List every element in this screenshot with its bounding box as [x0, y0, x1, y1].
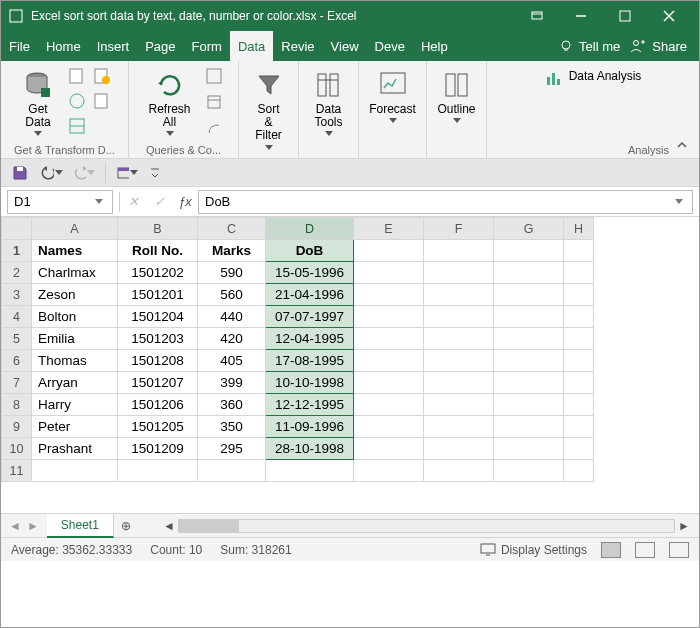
- qat-custom-button[interactable]: [116, 162, 138, 184]
- cell[interactable]: [424, 438, 494, 460]
- cell[interactable]: [354, 262, 424, 284]
- cell[interactable]: [564, 394, 594, 416]
- horizontal-scrollbar[interactable]: ◄ ►: [138, 519, 699, 533]
- cell[interactable]: [424, 460, 494, 482]
- cell[interactable]: [424, 372, 494, 394]
- column-header-G[interactable]: G: [494, 218, 564, 240]
- cell[interactable]: [32, 460, 118, 482]
- formula-input[interactable]: [205, 194, 672, 209]
- cell[interactable]: Charlmax: [32, 262, 118, 284]
- cell[interactable]: 12-04-1995: [266, 328, 354, 350]
- row-header[interactable]: 8: [2, 394, 32, 416]
- column-header-F[interactable]: F: [424, 218, 494, 240]
- cell[interactable]: Prashant: [32, 438, 118, 460]
- cell[interactable]: [494, 262, 564, 284]
- chevron-down-icon[interactable]: [92, 199, 106, 204]
- properties-button[interactable]: [203, 91, 225, 113]
- formula-bar[interactable]: [198, 190, 693, 214]
- row-header[interactable]: 1: [2, 240, 32, 262]
- cell[interactable]: [354, 416, 424, 438]
- edit-links-button[interactable]: [203, 117, 225, 139]
- menu-tab-page[interactable]: Page: [137, 31, 183, 61]
- cell[interactable]: Harry: [32, 394, 118, 416]
- cell[interactable]: [564, 262, 594, 284]
- sheet-tab[interactable]: Sheet1: [47, 514, 114, 538]
- scrollbar-thumb[interactable]: [179, 520, 239, 532]
- cell[interactable]: 590: [198, 262, 266, 284]
- menu-tab-help[interactable]: Help: [413, 31, 456, 61]
- page-break-view-button[interactable]: [669, 542, 689, 558]
- cell[interactable]: [494, 416, 564, 438]
- cell[interactable]: Thomas: [32, 350, 118, 372]
- fx-button[interactable]: ƒx: [172, 190, 198, 214]
- cell[interactable]: [494, 394, 564, 416]
- row-header[interactable]: 6: [2, 350, 32, 372]
- cell[interactable]: Emilia: [32, 328, 118, 350]
- cell[interactable]: 21-04-1996: [266, 284, 354, 306]
- save-button[interactable]: [9, 162, 31, 184]
- ribbon-display-button[interactable]: [515, 1, 559, 31]
- display-settings-button[interactable]: Display Settings: [480, 543, 587, 557]
- cell[interactable]: [424, 240, 494, 262]
- refresh-all-button[interactable]: Refresh All: [142, 65, 196, 140]
- redo-button[interactable]: [73, 162, 95, 184]
- menu-tab-deve[interactable]: Deve: [367, 31, 413, 61]
- collapse-ribbon-button[interactable]: [673, 136, 691, 154]
- cell[interactable]: [354, 460, 424, 482]
- cell[interactable]: Roll No.: [118, 240, 198, 262]
- cell[interactable]: [494, 306, 564, 328]
- normal-view-button[interactable]: [601, 542, 621, 558]
- cell[interactable]: Names: [32, 240, 118, 262]
- cell[interactable]: [564, 416, 594, 438]
- menu-tab-home[interactable]: Home: [38, 31, 89, 61]
- cell[interactable]: [424, 416, 494, 438]
- cell[interactable]: 1501208: [118, 350, 198, 372]
- column-header-E[interactable]: E: [354, 218, 424, 240]
- cell[interactable]: [118, 460, 198, 482]
- cell[interactable]: [424, 262, 494, 284]
- cell[interactable]: [354, 394, 424, 416]
- page-layout-view-button[interactable]: [635, 542, 655, 558]
- cell[interactable]: [564, 372, 594, 394]
- row-header[interactable]: 7: [2, 372, 32, 394]
- cell[interactable]: 28-10-1998: [266, 438, 354, 460]
- cell[interactable]: 350: [198, 416, 266, 438]
- cell[interactable]: [494, 460, 564, 482]
- cell[interactable]: [424, 284, 494, 306]
- cell[interactable]: [564, 328, 594, 350]
- cell[interactable]: 1501202: [118, 262, 198, 284]
- from-table-button[interactable]: [66, 115, 88, 137]
- cell[interactable]: [354, 350, 424, 372]
- cell[interactable]: 15-05-1996: [266, 262, 354, 284]
- cell[interactable]: Bolton: [32, 306, 118, 328]
- cell[interactable]: 11-09-1996: [266, 416, 354, 438]
- column-header-B[interactable]: B: [118, 218, 198, 240]
- cell[interactable]: [354, 306, 424, 328]
- cell[interactable]: 12-12-1995: [266, 394, 354, 416]
- cell[interactable]: 360: [198, 394, 266, 416]
- minimize-button[interactable]: [559, 1, 603, 31]
- cell[interactable]: [494, 372, 564, 394]
- cell[interactable]: 1501203: [118, 328, 198, 350]
- cell[interactable]: 07-07-1997: [266, 306, 354, 328]
- expand-formula-icon[interactable]: [672, 199, 686, 204]
- scroll-right-button[interactable]: ►: [677, 519, 691, 533]
- data-tools-button[interactable]: Data Tools: [307, 65, 351, 140]
- cell[interactable]: [424, 328, 494, 350]
- menu-tab-form[interactable]: Form: [184, 31, 230, 61]
- sheet-nav-prev[interactable]: ◄: [9, 519, 21, 533]
- undo-button[interactable]: [41, 162, 63, 184]
- cell[interactable]: 295: [198, 438, 266, 460]
- cell[interactable]: [564, 240, 594, 262]
- cell[interactable]: 560: [198, 284, 266, 306]
- cell[interactable]: Peter: [32, 416, 118, 438]
- row-header[interactable]: 11: [2, 460, 32, 482]
- menu-tab-revie[interactable]: Revie: [273, 31, 322, 61]
- row-header[interactable]: 9: [2, 416, 32, 438]
- cell[interactable]: [564, 438, 594, 460]
- cell[interactable]: 405: [198, 350, 266, 372]
- column-header-H[interactable]: H: [564, 218, 594, 240]
- cell[interactable]: [564, 350, 594, 372]
- cell[interactable]: [494, 438, 564, 460]
- row-header[interactable]: 4: [2, 306, 32, 328]
